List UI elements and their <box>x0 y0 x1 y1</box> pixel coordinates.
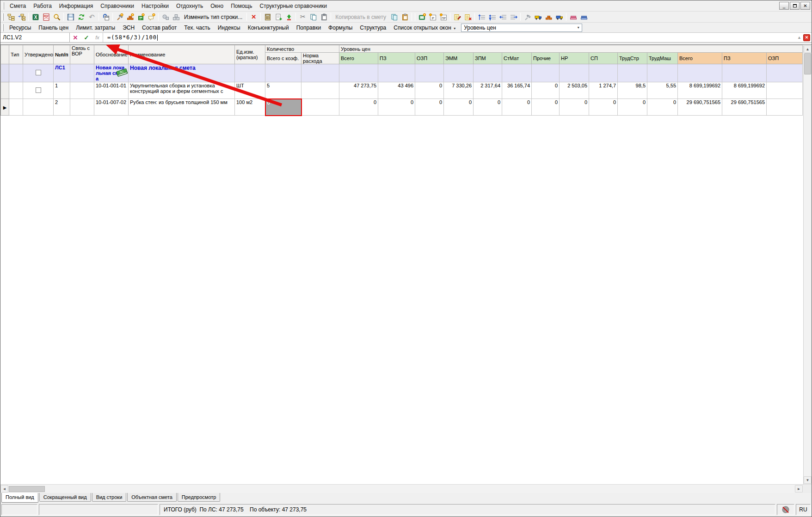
cell-other[interactable]: 0 <box>532 99 560 116</box>
delete-list-button[interactable] <box>462 12 473 22</box>
header-total-2[interactable]: Всего <box>678 53 722 64</box>
cell-basis[interactable]: Новая локальная смета ЛС <box>94 64 129 82</box>
move-up-level-button[interactable] <box>476 12 487 22</box>
cell-total-2[interactable] <box>678 64 722 82</box>
paste-document-button[interactable] <box>400 12 410 22</box>
cell-sp[interactable]: 1 274,7 <box>589 82 618 99</box>
panel-teh-chast[interactable]: Тех. часть <box>180 24 214 32</box>
cell-pz-2[interactable]: 8 699,199692 <box>722 82 767 99</box>
cell-qty[interactable]: 5 <box>265 82 301 99</box>
chevron-down-icon[interactable]: ▾ <box>575 25 582 30</box>
panel-struktura[interactable]: Структура <box>356 24 390 32</box>
header-ozp[interactable]: ОЗП <box>415 53 444 64</box>
panel-esn[interactable]: ЭСН <box>119 24 138 32</box>
header-num[interactable]: №п/п <box>54 45 70 64</box>
approved-checkbox[interactable] <box>36 87 41 93</box>
header-unit[interactable]: Ед.изм. (краткая) <box>235 45 265 64</box>
scroll-down-icon[interactable]: ▼ <box>804 476 812 484</box>
move-left-button[interactable] <box>498 12 508 22</box>
horizontal-scroll-thumb[interactable] <box>9 486 45 492</box>
undo-button[interactable]: ↶ <box>86 12 97 22</box>
cell-approved[interactable] <box>23 99 54 116</box>
cell-zpm[interactable] <box>474 64 502 82</box>
cell-type[interactable] <box>9 82 23 99</box>
cell-pz[interactable]: 0 <box>378 99 415 116</box>
row-marker-cell[interactable] <box>1 64 9 82</box>
panel-resursy[interactable]: Ресурсы <box>6 24 35 32</box>
cell-qty[interactable] <box>265 64 301 82</box>
header-ozp-2[interactable]: ОЗП <box>767 53 803 64</box>
menu-strukturnye-spravochniki[interactable]: Структурные справочники <box>256 2 331 10</box>
open-windows-dropdown[interactable]: Список открытых окон ▾ <box>390 24 459 32</box>
panel-panel-cen[interactable]: Панель цен <box>35 24 72 32</box>
cell-name[interactable]: Укрупнительная сборка и установка констр… <box>129 82 235 99</box>
cell-type[interactable] <box>9 99 23 116</box>
cell-vor[interactable] <box>70 99 94 116</box>
close-formula-bar-button[interactable]: ✕ <box>803 34 810 41</box>
save-button[interactable] <box>65 12 76 22</box>
cell-nr[interactable]: 0 <box>560 99 589 116</box>
cell-total[interactable] <box>339 64 378 82</box>
change-row-type-button[interactable]: Изменить тип строки... <box>181 12 245 22</box>
cell-trudstr[interactable]: 98,5 <box>618 82 647 99</box>
cell-nr[interactable] <box>560 64 589 82</box>
cell-trudmash[interactable] <box>647 64 678 82</box>
paste-button[interactable] <box>319 12 329 22</box>
header-type[interactable]: Тип <box>9 45 23 64</box>
header-basis[interactable]: Обоснование <box>94 45 129 64</box>
menu-nastroyki[interactable]: Настройки <box>138 2 172 10</box>
scroll-left-icon[interactable]: ◄ <box>0 485 8 492</box>
cell-trudstr[interactable] <box>618 64 647 82</box>
header-pz[interactable]: ПЗ <box>378 53 415 64</box>
copy-button[interactable] <box>308 12 319 22</box>
menu-smeta[interactable]: Смета <box>6 2 30 10</box>
header-norm[interactable]: Норма расхода <box>301 53 339 64</box>
cell-norm[interactable] <box>301 99 339 116</box>
selected-cell-qty[interactable]: 0 <box>265 99 301 116</box>
tab-sokraschenny-vid[interactable]: Сокращенный вид <box>39 493 91 502</box>
close-button[interactable]: ✕ <box>800 2 810 10</box>
add-machine-button[interactable] <box>135 12 146 22</box>
cell-norm[interactable] <box>301 82 339 99</box>
resource-group-button[interactable] <box>171 12 181 22</box>
transport-filter-button[interactable] <box>554 12 565 22</box>
cell-vor[interactable] <box>70 64 94 82</box>
cell-basis[interactable]: 10-01-007-02 <box>94 99 129 116</box>
cell-name[interactable]: Новая локальная смета <box>129 64 235 82</box>
cell-ozp-2[interactable] <box>767 64 803 82</box>
toolbar-gripper[interactable] <box>2 24 4 31</box>
cell-num[interactable]: 2 <box>54 99 70 116</box>
cell-sp[interactable] <box>589 64 618 82</box>
insert-row-button[interactable] <box>283 12 294 22</box>
menu-otdohnut[interactable]: Отдохнуть <box>172 2 207 10</box>
horizontal-scrollbar[interactable]: ◄ ► <box>0 484 812 493</box>
search-button[interactable] <box>51 12 62 22</box>
panel-indeksy[interactable]: Индексы <box>214 24 244 32</box>
price-level-combobox[interactable]: Уровень цен ▾ <box>461 24 582 32</box>
cell-other[interactable]: 0 <box>532 82 560 99</box>
normbase-all-button[interactable] <box>578 12 589 22</box>
menu-rabota[interactable]: Работа <box>30 2 55 10</box>
restore-button[interactable] <box>790 2 800 10</box>
copy-document-button[interactable] <box>389 12 400 22</box>
scroll-up-icon[interactable]: ▲ <box>804 45 812 53</box>
cell-unit[interactable]: ШТ <box>235 82 265 99</box>
cell-total[interactable]: 0 <box>339 99 378 116</box>
formula-input[interactable]: =(58*6/3)/100 <box>103 34 158 41</box>
copy-to-estimate-button[interactable]: Копировать в смету <box>332 12 389 22</box>
cell-reference-input[interactable]: ЛС1.V2 <box>0 33 70 42</box>
p-mode-button[interactable]: Р <box>427 12 438 22</box>
pr-mode-button[interactable]: ПР <box>438 12 449 22</box>
header-zpm[interactable]: ЗПМ <box>474 53 502 64</box>
header-name[interactable]: Наименование <box>129 45 235 64</box>
price-book-button[interactable] <box>417 12 427 22</box>
header-nr[interactable]: НР <box>560 53 589 64</box>
header-vor[interactable]: Связь с ВОР <box>70 45 94 64</box>
cell-zpm[interactable]: 0 <box>474 99 502 116</box>
cell-sp[interactable]: 0 <box>589 99 618 116</box>
cell-total-2[interactable]: 29 690,751565 <box>678 99 722 116</box>
panel-sostav-rabot[interactable]: Состав работ <box>138 24 180 32</box>
move-right-button[interactable] <box>508 12 519 22</box>
refresh-button[interactable] <box>76 12 86 22</box>
header-other[interactable]: Прочие <box>532 53 560 64</box>
